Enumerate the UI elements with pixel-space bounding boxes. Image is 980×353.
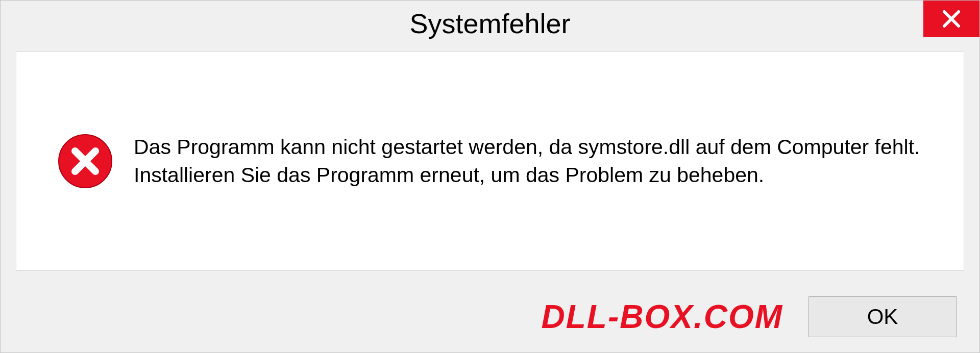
close-icon bbox=[941, 9, 962, 29]
error-message: Das Programm kann nicht gestartet werden… bbox=[134, 133, 923, 190]
titlebar: Systemfehler bbox=[1, 1, 979, 46]
error-dialog: Systemfehler Das Programm kann nicht ges… bbox=[0, 0, 980, 353]
error-icon bbox=[57, 133, 113, 189]
dialog-footer: DLL-BOX.COM OK bbox=[1, 281, 979, 352]
content-panel: Das Programm kann nicht gestartet werden… bbox=[16, 52, 964, 271]
close-button[interactable] bbox=[923, 1, 979, 37]
ok-button[interactable]: OK bbox=[808, 296, 957, 337]
dialog-title: Systemfehler bbox=[409, 8, 570, 39]
watermark-text: DLL-BOX.COM bbox=[542, 298, 783, 336]
